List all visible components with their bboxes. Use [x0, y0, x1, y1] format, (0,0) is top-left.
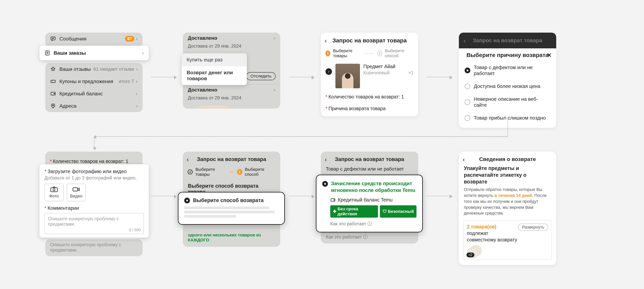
- reviews-label: Ваши отзывы: [60, 66, 93, 72]
- product-row[interactable]: ✓ Предмет Айай Коричневый ×1: [321, 61, 418, 91]
- modal-title: Выберите причину возврата: [466, 52, 549, 58]
- status-label: Доставлено: [188, 87, 274, 93]
- how-it-works[interactable]: Как это работаетⓘ: [330, 221, 416, 227]
- menu-messages[interactable]: Сообщения 87 ›: [45, 33, 142, 45]
- items-badge: ×2: [466, 252, 474, 257]
- arrow-right-icon: [152, 196, 176, 196]
- step-1-label: Выберите товары: [333, 48, 362, 58]
- menu-orders-highlighted[interactable]: Ваши заказы ›: [40, 46, 149, 60]
- footer-green-text: одного или нескольких товаров из КАЖДОГО: [183, 232, 280, 245]
- back-icon[interactable]: ‹: [325, 37, 327, 44]
- upload-video-button[interactable]: Видео: [67, 184, 86, 201]
- coupon-icon: [50, 79, 56, 84]
- how-it-works-dim[interactable]: Как это работаетⓘ: [321, 233, 418, 243]
- back-icon[interactable]: ‹: [325, 156, 327, 163]
- arrow-right-icon: [427, 77, 452, 77]
- svg-point-4: [54, 93, 55, 94]
- question-icon: ⓘ: [368, 221, 372, 227]
- menu-reviews[interactable]: Ваши отзывы 61 ожидает отзыва ›: [45, 63, 142, 75]
- dim-placeholder: Опишите конкретную проблему с предметами…: [50, 242, 121, 252]
- modal-header: Выберите причину возврата ✕: [459, 47, 556, 61]
- orders-label: Ваши заказы: [54, 50, 142, 56]
- svg-rect-6: [51, 188, 58, 192]
- menu-label: Сообщения: [60, 36, 125, 42]
- chevron-right-icon: ›: [136, 103, 138, 109]
- reason-field[interactable]: *Причина возврата товара: [321, 103, 418, 116]
- overlay-title: Выберите способ возврата: [193, 197, 264, 203]
- upload-title: *Загрузите фотографию или видео: [44, 168, 144, 174]
- page-title: Запрос на возврат товара: [335, 156, 404, 162]
- back-icon[interactable]: ‹: [187, 156, 189, 163]
- menu-addresses[interactable]: Адреса ›: [45, 100, 142, 112]
- chevron-right-icon: ›: [274, 87, 275, 93]
- radio-checked-icon: [184, 198, 190, 203]
- back-icon: ‹: [464, 37, 466, 44]
- badge-count: 87: [125, 36, 134, 42]
- arrow-right-icon: [427, 196, 452, 196]
- reviews-meta: 61 ожидает отзыва: [93, 66, 134, 72]
- stepper: 1 Выберите товары ····· 2 Выберите спосо…: [321, 47, 418, 61]
- delivered-date: Доставка от 29 янв. 2024: [183, 43, 280, 50]
- svg-rect-2: [51, 80, 56, 83]
- chevron-right-icon: ›: [274, 35, 275, 41]
- close-icon[interactable]: ✕: [547, 52, 552, 59]
- menu-coupons[interactable]: Купоны и предложения итого 7 ›: [45, 75, 142, 88]
- wallet-icon: [50, 91, 56, 97]
- step-2-label: Выберите способ: [385, 48, 414, 58]
- chevron-right-icon: ›: [136, 66, 138, 72]
- coupons-label: Купоны и предложения: [60, 79, 119, 84]
- svg-rect-0: [51, 37, 56, 40]
- shield-icon: 🛡: [382, 209, 387, 214]
- status-label: Доставлено: [188, 35, 274, 41]
- product-variant: Коричневый: [364, 70, 390, 75]
- delivered-date-2: Доставка от 29 янв. 2024: [183, 95, 280, 103]
- product-qty: ×1: [408, 70, 414, 75]
- return-method-card[interactable]: Выберите способ возврата: [178, 192, 285, 225]
- menu-buy-again[interactable]: Купить еще раз: [182, 53, 247, 66]
- product-name: Предмет Айай: [364, 64, 414, 69]
- radio-checked-icon: [464, 68, 470, 73]
- product-image: [336, 64, 360, 88]
- pin-icon: [50, 103, 56, 109]
- items-suffix: подлежат совместному возврату: [467, 230, 517, 242]
- shield-icon: ✚: [333, 209, 336, 214]
- expand-button[interactable]: Развернуть: [518, 223, 548, 231]
- star-icon: [50, 66, 56, 72]
- svg-point-5: [52, 105, 54, 106]
- credit-card[interactable]: Зачисление средств происходит мгновенно …: [316, 175, 423, 232]
- back-icon[interactable]: ‹: [463, 156, 465, 163]
- char-counter: 0 / 500: [129, 228, 141, 232]
- upload-photo-button[interactable]: Фото: [44, 184, 64, 201]
- dim-title: Запрос на возврат товара: [473, 38, 542, 44]
- header: ‹ Запрос на возврат товара: [321, 33, 418, 47]
- menu-return[interactable]: Возврат денег или товаров: [182, 66, 247, 85]
- header: ‹ Сведения о возврате: [459, 152, 556, 165]
- comments-textarea[interactable]: Опишите конкретную проблему с предметами…: [44, 213, 144, 234]
- items-count: 2 товара(ов): [467, 224, 496, 229]
- radio-icon: [464, 115, 470, 121]
- check-icon[interactable]: ✓: [326, 68, 332, 75]
- step-1-label: Выберите товары: [196, 167, 227, 177]
- step-2-badge: 2: [377, 51, 382, 56]
- reason-opt-1[interactable]: Товар с дефектом или не работает: [459, 61, 556, 80]
- menu-credit[interactable]: Кредитный баланс ›: [45, 88, 142, 100]
- arrow-right-icon: [152, 77, 176, 77]
- order-status-row-2[interactable]: Доставлено ›: [183, 84, 280, 95]
- chevron-right-icon: ›: [142, 50, 144, 56]
- credit-heading: Зачисление средств происходит мгновенно …: [331, 180, 416, 194]
- chevron-right-icon: ›: [136, 36, 138, 42]
- svg-point-7: [53, 189, 55, 191]
- order-status-row[interactable]: Доставлено ›: [183, 33, 280, 43]
- header: ‹ Запрос на возврат товара: [183, 152, 280, 165]
- track-button[interactable]: Отследить: [246, 72, 276, 80]
- reason-opt-3[interactable]: Неверное описание на веб-сайте: [459, 93, 556, 112]
- camera-icon: [50, 186, 58, 192]
- stepper: Выберите товары — 2 Выберите способ: [183, 165, 280, 180]
- arrow-right-icon: [289, 77, 314, 77]
- qty-field: *Количество товаров на возврат: 1: [321, 91, 418, 103]
- reason-opt-2[interactable]: Доступна более низкая цена: [459, 80, 556, 93]
- radio-icon: [464, 99, 470, 105]
- header: ‹ Запрос на возврат товара: [321, 152, 418, 165]
- radio-icon: [464, 84, 470, 89]
- orders-icon: [44, 50, 50, 56]
